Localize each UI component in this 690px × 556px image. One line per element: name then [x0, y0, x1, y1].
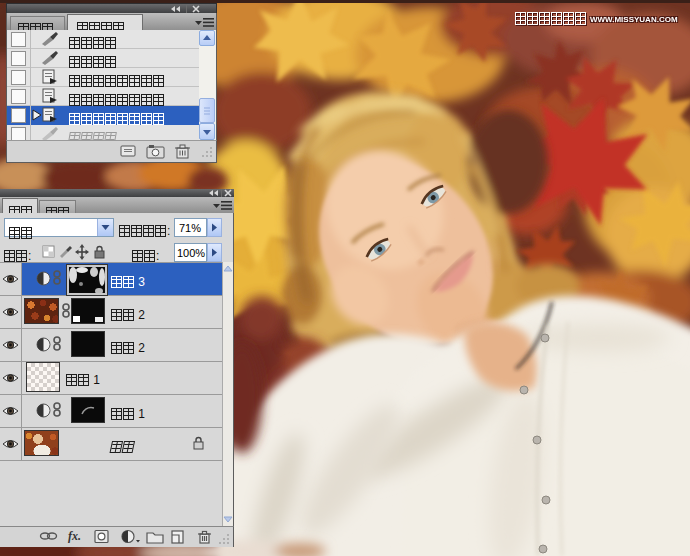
svg-text:fx.: fx. [68, 529, 81, 543]
